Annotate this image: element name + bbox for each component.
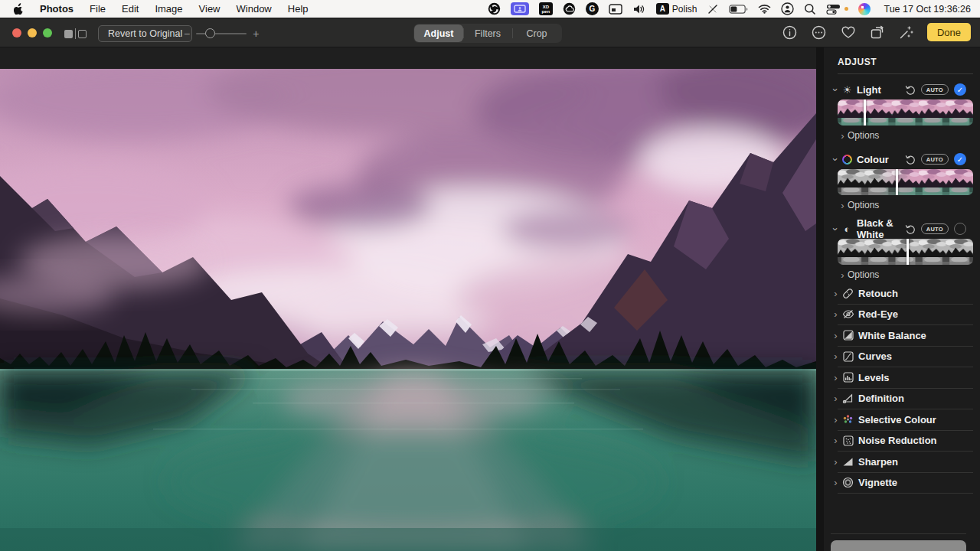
menu-help[interactable]: Help — [288, 3, 309, 15]
light-strip-slider[interactable] — [838, 99, 973, 126]
tool-row-definition[interactable]: › Definition — [831, 389, 973, 409]
colour-strip-slider[interactable] — [838, 169, 973, 195]
user-account-icon[interactable] — [781, 2, 794, 16]
zoom-out-label[interactable]: − — [184, 28, 190, 40]
menu-window[interactable]: Window — [237, 3, 272, 15]
auto-enhance-wand-icon[interactable] — [898, 23, 915, 41]
photo-canvas[interactable] — [0, 69, 816, 551]
done-button[interactable]: Done — [927, 23, 971, 41]
sharpen-icon — [841, 457, 855, 467]
tool-row-vignette[interactable]: › Vignette — [831, 473, 973, 494]
light-section-title: Light — [857, 84, 905, 96]
colour-options-toggle[interactable]: › Options — [838, 197, 973, 214]
tool-row-noise-reduction[interactable]: › Noise Reduction — [831, 431, 973, 452]
colour-slider-handle[interactable] — [896, 169, 898, 195]
menu-file[interactable]: File — [90, 3, 106, 15]
xd-pen-icon[interactable]: XDpen — [539, 2, 553, 15]
chevron-down-icon[interactable]: › — [830, 224, 841, 234]
control-center-icon[interactable] — [826, 2, 841, 16]
g-app-icon[interactable]: G — [586, 2, 599, 15]
auto-badge[interactable]: AUTO — [921, 223, 949, 234]
menu-edit[interactable]: Edit — [122, 3, 139, 15]
light-enabled-checkbox[interactable]: ✓ — [954, 83, 966, 96]
spotlight-search-icon[interactable] — [804, 2, 816, 16]
auto-badge[interactable]: AUTO — [921, 154, 949, 165]
bw-strip-slider[interactable] — [838, 239, 973, 265]
creative-cloud-icon[interactable] — [563, 2, 576, 16]
more-options-icon[interactable] — [811, 23, 828, 41]
photos-window: Revert to Original − + Adjust Filters Cr… — [0, 18, 980, 551]
tool-row-selective-colour[interactable]: › Selective Colour — [831, 409, 973, 430]
tool-row-red-eye[interactable]: › Red-Eye — [831, 305, 973, 325]
tab-crop[interactable]: Crop — [512, 24, 561, 42]
obs-icon[interactable] — [488, 2, 501, 16]
edit-toolbar: Revert to Original − + Adjust Filters Cr… — [0, 18, 980, 47]
chevron-right-icon: › — [831, 393, 841, 404]
zoom-slider-track[interactable] — [196, 33, 247, 34]
zoom-window-button[interactable] — [43, 28, 52, 37]
tool-row-sharpen[interactable]: › Sharpen — [831, 452, 973, 472]
chevron-right-icon: › — [831, 288, 841, 299]
tool-row-curves[interactable]: › Curves — [831, 347, 973, 367]
tool-row-levels[interactable]: › Levels — [831, 367, 973, 388]
zoom-slider-knob[interactable] — [205, 28, 215, 38]
close-window-button[interactable] — [12, 28, 21, 37]
half-circle-icon: ◐ — [841, 223, 854, 235]
volume-icon[interactable] — [632, 2, 646, 16]
screen-sharing-icon[interactable] — [511, 2, 529, 15]
adjust-panel-title: ADJUST — [831, 57, 973, 67]
reset-adjustments-button[interactable] — [831, 540, 966, 551]
bw-enabled-checkbox[interactable]: ✓ — [954, 223, 966, 235]
sun-icon: ☀ — [841, 84, 854, 96]
toolbar-right-actions: Done — [782, 23, 971, 41]
bw-slider-handle[interactable] — [906, 239, 909, 265]
bw-section-header: › ◐ Black & White AUTO ✓ — [831, 219, 973, 239]
thumbnail-compare-icon[interactable] — [64, 28, 87, 39]
auto-badge[interactable]: AUTO — [921, 84, 949, 95]
input-source-label: Polish — [672, 4, 697, 15]
menu-bar-clock[interactable]: Tue 17 Oct 19:36:26 — [884, 4, 971, 15]
pencil-slash-icon[interactable] — [707, 2, 719, 16]
menu-view[interactable]: View — [199, 3, 220, 15]
input-source-switcher[interactable]: A Polish — [656, 3, 697, 15]
bw-section-title: Black & White — [857, 217, 905, 240]
chevron-right-icon: › — [831, 330, 841, 341]
zoom-slider[interactable]: − + — [184, 25, 259, 42]
edit-mode-tabs: Adjust Filters Crop — [413, 24, 562, 43]
revert-to-original-button[interactable]: Revert to Original — [98, 25, 192, 42]
sidebar-bottom — [831, 533, 973, 551]
bw-options-toggle[interactable]: › Options — [838, 266, 973, 283]
tab-filters[interactable]: Filters — [463, 24, 512, 42]
curves-icon — [841, 351, 855, 362]
noise-reduction-icon — [841, 435, 855, 446]
tool-row-retouch[interactable]: › Retouch — [831, 283, 973, 304]
active-app-name[interactable]: Photos — [40, 3, 74, 15]
undo-icon[interactable] — [905, 85, 916, 95]
light-options-toggle[interactable]: › Options — [838, 127, 973, 144]
chevron-down-icon[interactable]: › — [830, 155, 841, 165]
info-icon[interactable] — [782, 23, 799, 41]
chevron-down-icon[interactable]: › — [830, 85, 841, 95]
favorite-heart-icon[interactable] — [840, 23, 857, 41]
wifi-icon[interactable] — [758, 2, 771, 16]
battery-icon[interactable] — [729, 2, 748, 16]
levels-icon — [841, 372, 855, 383]
light-slider-handle[interactable] — [864, 99, 866, 126]
colour-wheel-icon — [841, 155, 854, 165]
minimize-window-button[interactable] — [28, 28, 37, 37]
menu-bar-status-icons: XDpen G A Polish — [488, 2, 971, 16]
undo-icon[interactable] — [905, 224, 916, 234]
zoom-in-label[interactable]: + — [253, 28, 259, 40]
rotate-icon[interactable] — [869, 23, 886, 41]
vignette-icon — [841, 477, 855, 488]
tool-row-white-balance[interactable]: › White Balance — [831, 325, 973, 346]
screenshot-icon[interactable] — [609, 2, 622, 16]
siri-icon[interactable] — [858, 3, 871, 15]
undo-icon[interactable] — [905, 155, 916, 165]
apple-icon[interactable] — [14, 2, 24, 16]
chevron-right-icon: › — [831, 435, 841, 446]
tab-adjust[interactable]: Adjust — [414, 24, 463, 42]
menu-image[interactable]: Image — [155, 3, 182, 15]
colour-enabled-checkbox[interactable]: ✓ — [954, 153, 966, 165]
definition-icon — [841, 393, 855, 403]
